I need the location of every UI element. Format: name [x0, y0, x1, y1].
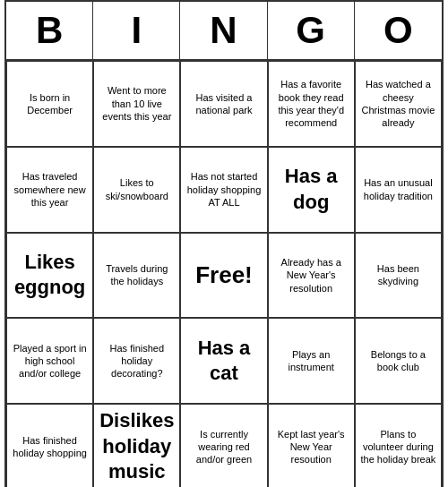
bingo-cell-3[interactable]: Has a favorite book they read this year … — [268, 61, 355, 147]
bingo-cell-1[interactable]: Went to more than 10 live events this ye… — [93, 61, 180, 147]
bingo-cell-5[interactable]: Has traveled somewhere new this year — [6, 147, 93, 233]
bingo-cell-16[interactable]: Has finished holiday decorating? — [93, 318, 180, 404]
bingo-cell-24[interactable]: Plans to volunteer during the holiday br… — [355, 404, 442, 487]
bingo-cell-14[interactable]: Has been skydiving — [355, 233, 442, 319]
bingo-letter-i: I — [93, 2, 180, 59]
bingo-cell-6[interactable]: Likes to ski/snowboard — [93, 147, 180, 233]
bingo-cell-15[interactable]: Played a sport in high school and/or col… — [6, 318, 93, 404]
bingo-cell-21[interactable]: Dislikes holiday music — [93, 404, 180, 487]
bingo-cell-4[interactable]: Has watched a cheesy Christmas movie alr… — [355, 61, 442, 147]
bingo-cell-19[interactable]: Belongs to a book club — [355, 318, 442, 404]
bingo-cell-13[interactable]: Already has a New Year's resolution — [268, 233, 355, 319]
bingo-card: BINGO Is born in DecemberWent to more th… — [4, 0, 444, 487]
bingo-cell-23[interactable]: Kept last year's New Year resoution — [268, 404, 355, 487]
bingo-cell-9[interactable]: Has an unusual holiday tradition — [355, 147, 442, 233]
bingo-letter-n: N — [180, 2, 267, 59]
bingo-header: BINGO — [6, 2, 442, 61]
bingo-cell-17[interactable]: Has a cat — [180, 318, 267, 404]
bingo-cell-8[interactable]: Has a dog — [268, 147, 355, 233]
bingo-cell-2[interactable]: Has visited a national park — [180, 61, 267, 147]
bingo-cell-20[interactable]: Has finished holiday shopping — [6, 404, 93, 487]
bingo-cell-12[interactable]: Free! — [180, 233, 267, 319]
bingo-cell-0[interactable]: Is born in December — [6, 61, 93, 147]
bingo-cell-22[interactable]: Is currently wearing red and/or green — [180, 404, 267, 487]
bingo-cell-10[interactable]: Likes eggnog — [6, 233, 93, 319]
bingo-cell-18[interactable]: Plays an instrument — [268, 318, 355, 404]
bingo-letter-o: O — [355, 2, 442, 59]
bingo-cell-11[interactable]: Travels during the holidays — [93, 233, 180, 319]
bingo-letter-g: G — [268, 2, 355, 59]
bingo-grid: Is born in DecemberWent to more than 10 … — [6, 61, 442, 487]
bingo-letter-b: B — [6, 2, 93, 59]
bingo-cell-7[interactable]: Has not started holiday shopping AT ALL — [180, 147, 267, 233]
